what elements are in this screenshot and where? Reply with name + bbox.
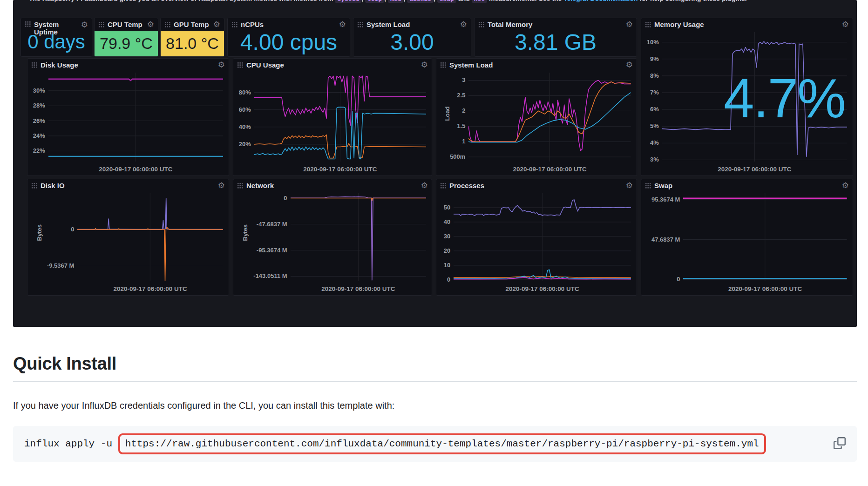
code-chip: net (472, 0, 487, 3)
tick-label: 4% (650, 139, 659, 146)
memory-usage-big-value: 4.7% (724, 67, 845, 130)
github-readme-page: The Raspberry Pi dashboard gives you an … (0, 0, 868, 486)
panel-title: nCPUs (241, 20, 264, 28)
y-axis-ticks: 0-47.6837 M-95.3674 M-143.0511 M (245, 193, 291, 281)
gear-icon: ⚙ (81, 21, 88, 29)
panel-title: Memory Usage (654, 20, 704, 28)
panel-processes: Processes⚙ 504030201002020-09-17 06:00:0… (436, 179, 637, 296)
tick-label: -47.6837 M (257, 221, 287, 228)
tick-label: 47.6837 M (651, 236, 680, 243)
drag-handle-icon (98, 21, 104, 27)
panel-title: Total Memory (488, 20, 532, 28)
copy-icon (834, 437, 846, 449)
plot-area: 2020-09-17 06:00:00 UTC (468, 73, 631, 162)
tick-label: 2 (462, 107, 465, 114)
readme-content: Quick Install If you have your InfluxDB … (13, 327, 857, 462)
x-axis-date-label: 2020-09-17 06:00:00 UTC (48, 166, 223, 173)
processes-chart: 504030201002020-09-17 06:00:00 UTC (440, 193, 631, 281)
tick-label: 20 (444, 247, 450, 254)
code-chip: diskio (407, 0, 434, 3)
y-axis-label: Bytes (237, 193, 245, 281)
tick-label: 60% (239, 106, 251, 113)
install-command: influx apply -u https://raw.githubuserco… (24, 439, 766, 449)
drag-handle-icon (164, 21, 170, 27)
panel-total-memory: Total Memory⚙ 3.81 GB (474, 18, 637, 57)
drag-handle-icon (440, 62, 446, 68)
telegraf-docs-link[interactable]: Telegraf Documentation (563, 0, 637, 2)
gear-icon: ⚙ (218, 61, 225, 69)
tick-label: 50 (444, 204, 450, 211)
x-axis-date-label: 2020-09-17 06:00:00 UTC (662, 166, 847, 173)
drag-handle-icon (31, 62, 37, 68)
panel-system-uptime: System Uptime⚙ 0 days (20, 18, 92, 57)
stat-value: 3.81 GB (475, 30, 637, 54)
panel-system-load-graph: System Load⚙ Load32.521.51500m2020-09-17… (436, 58, 637, 176)
drag-handle-icon (440, 182, 446, 189)
plot-area: 2020-09-17 06:00:00 UTC (77, 193, 223, 281)
panel-title: Network (246, 182, 274, 189)
tick-label: 3 (462, 76, 465, 83)
panel-title: Disk Usage (41, 61, 78, 69)
y-axis-ticks: 30%28%26%24%22% (31, 73, 48, 162)
tick-label: 24% (33, 132, 45, 139)
y-axis-ticks: 0-9.5367 M (39, 193, 77, 281)
tick-label: -9.5367 M (47, 262, 75, 269)
drag-handle-icon (237, 182, 243, 189)
drag-handle-icon (357, 21, 363, 27)
gear-icon: ⚙ (213, 20, 220, 28)
y-axis-ticks: 50403020100 (440, 193, 454, 281)
x-axis-date-label: 2020-09-17 06:00:00 UTC (683, 285, 847, 292)
section-heading: Quick Install (13, 354, 857, 382)
y-axis-label: Bytes (31, 193, 39, 281)
tick-label: 8% (650, 72, 659, 79)
tick-label: 22% (33, 147, 45, 154)
x-axis-date-label: 2020-09-17 06:00:00 UTC (291, 285, 426, 292)
gear-icon: ⚙ (626, 20, 633, 28)
system-load-chart: Load32.521.51500m2020-09-17 06:00:00 UTC (440, 73, 631, 162)
annotation-red-box: https://raw.githubusercontent.com/influx… (118, 433, 766, 454)
plot-area: 2020-09-17 06:00:00 UTC (291, 193, 426, 281)
tick-label: 40 (444, 218, 450, 225)
panel-cpu-temp: CPU Temp⚙ 79.9 °C (94, 18, 158, 57)
tick-label: 7% (650, 89, 659, 96)
panel-memory-usage: Memory Usage⚙ 10%9%8%7%6%5%4%3%2020-09-1… (641, 18, 853, 176)
drag-handle-icon (25, 21, 31, 27)
gear-icon: ⚙ (421, 61, 428, 69)
tick-label: 0 (447, 276, 450, 283)
stat-value: 81.0 °C (161, 31, 224, 56)
tick-label: 20% (239, 141, 251, 148)
stat-value: 4.00 cpus (228, 30, 350, 54)
panel-title: Swap (654, 182, 672, 189)
disk-usage-chart: 30%28%26%24%22%2020-09-17 06:00:00 UTC (31, 73, 223, 162)
tick-label: 0 (677, 276, 680, 283)
network-chart: Bytes0-47.6837 M-95.3674 M-143.0511 M202… (237, 193, 426, 281)
copy-button[interactable] (833, 437, 847, 451)
gear-icon: ⚙ (460, 20, 467, 28)
plot-area: 2020-09-17 06:00:00 UTC (254, 73, 426, 162)
panel-title: System Load (366, 20, 410, 28)
gear-icon: ⚙ (147, 20, 154, 28)
code-chip: swap (437, 0, 456, 3)
drag-handle-icon (645, 21, 651, 27)
panel-title: System Load (449, 61, 493, 69)
panel-title: CPU Temp (108, 20, 142, 28)
panel-gpu-temp: GPU Temp⚙ 81.0 °C (160, 18, 224, 57)
panel-title: Disk IO (41, 182, 65, 189)
install-paragraph: If you have your InfluxDB credentials co… (13, 400, 857, 411)
panel-title: CPU Usage (246, 61, 284, 69)
code-block: influx apply -u https://raw.githubuserco… (13, 426, 857, 462)
tick-label: 6% (650, 106, 659, 113)
dashboard-screenshot[interactable]: The Raspberry Pi dashboard gives you an … (13, 0, 857, 327)
code-chip: temp (365, 0, 384, 3)
gear-icon: ⚙ (626, 61, 633, 69)
tick-label: -95.3674 M (257, 247, 287, 254)
tick-label: 40% (239, 123, 251, 130)
y-axis-ticks: 32.521.51500m (448, 73, 468, 162)
panel-ncpus: nCPUs⚙ 4.00 cpus (227, 18, 350, 57)
command-url: https://raw.githubusercontent.com/influx… (125, 439, 759, 449)
tick-label: 3% (650, 156, 659, 163)
command-prefix: influx apply -u (24, 439, 118, 449)
panel-system-load-stat: System Load⚙ 3.00 (353, 18, 471, 57)
stat-value: 79.9 °C (95, 31, 158, 56)
tick-label: 95.3674 M (651, 196, 680, 203)
